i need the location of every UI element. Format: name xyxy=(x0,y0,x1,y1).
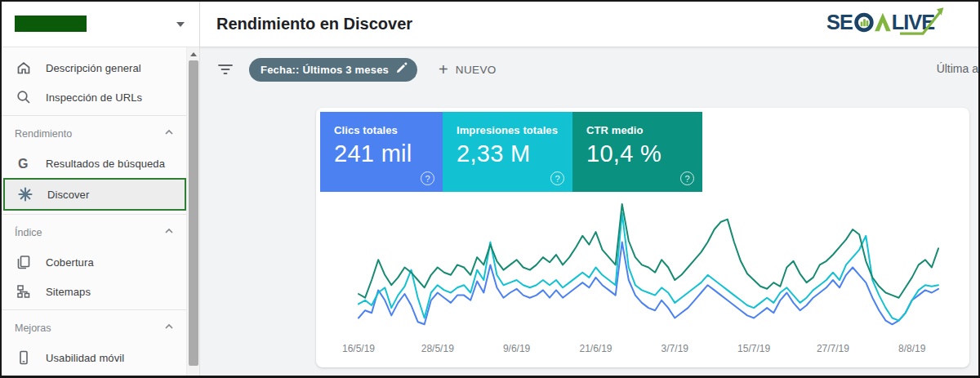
svg-text:16/5/19: 16/5/19 xyxy=(342,343,375,354)
sidebar-item-label: Sitemaps xyxy=(46,286,91,298)
svg-text:15/7/19: 15/7/19 xyxy=(737,343,770,354)
scroll-up-arrow-icon[interactable] xyxy=(190,52,197,56)
divider xyxy=(2,309,186,310)
smartphone-icon xyxy=(15,349,33,366)
svg-text:LIVE: LIVE xyxy=(892,11,935,33)
sidebar-item-search-results[interactable]: G Resultados de búsqueda xyxy=(2,149,186,178)
help-icon[interactable]: ? xyxy=(421,171,434,185)
scrollbar-thumb[interactable] xyxy=(189,60,198,366)
plus-icon: + xyxy=(439,61,448,78)
divider xyxy=(2,214,186,215)
last-updated-text: Última a xyxy=(937,62,978,75)
pages-icon xyxy=(15,254,33,270)
section-label: Índice xyxy=(15,227,42,238)
sidebar-item-sitemaps[interactable]: Sitemaps xyxy=(2,277,186,306)
metric-label: Impresiones totales xyxy=(457,124,572,136)
help-icon[interactable]: ? xyxy=(680,171,694,185)
svg-text:8/8/19: 8/8/19 xyxy=(898,343,926,354)
sidebar-item-label: Descripción general xyxy=(46,62,141,74)
home-icon xyxy=(15,60,33,76)
discover-chart[interactable]: 16/5/1928/5/199/6/1921/6/193/7/1915/7/19… xyxy=(316,192,969,363)
filter-list-icon[interactable] xyxy=(218,64,233,75)
svg-text:3/7/19: 3/7/19 xyxy=(662,343,689,354)
sidebar-item-label: Resultados de búsqueda xyxy=(46,158,165,170)
help-icon[interactable]: ? xyxy=(550,171,564,185)
google-g-icon: G xyxy=(15,155,33,171)
svg-text:28/5/19: 28/5/19 xyxy=(421,343,454,354)
sidebar-item-mobile-usability[interactable]: Usabilidad móvil xyxy=(2,343,186,372)
filter-bar: Fecha:: Últimos 3 meses + NUEVO Última a xyxy=(200,47,978,91)
discover-asterisk-icon xyxy=(16,186,34,202)
section-label: Rendimiento xyxy=(15,128,72,140)
sidebar-item-label: Discover xyxy=(47,189,89,201)
section-label: Mejoras xyxy=(15,322,51,334)
app-window: Descripción general Inspección de URLs R… xyxy=(0,0,980,378)
sidebar-scrollbar[interactable] xyxy=(186,47,199,376)
svg-text:27/7/19: 27/7/19 xyxy=(817,343,849,354)
metric-cards: Clics totales 241 mil ? Impresiones tota… xyxy=(320,112,702,192)
metric-card-ctr[interactable]: CTR medio 10,4 % ? xyxy=(572,112,702,192)
sidebar-item-discover[interactable]: Discover xyxy=(3,178,186,211)
sidebar-item-overview[interactable]: Descripción general xyxy=(2,53,186,82)
metric-card-impressions[interactable]: Impresiones totales 2,33 M ? xyxy=(443,112,572,192)
sidebar: Descripción general Inspección de URLs R… xyxy=(2,2,200,376)
chevron-up-icon xyxy=(163,321,175,336)
sidebar-item-label: Cobertura xyxy=(46,256,94,269)
performance-panel: Clics totales 241 mil ? Impresiones tota… xyxy=(316,108,969,367)
sidebar-item-url-inspection[interactable]: Inspección de URLs xyxy=(2,82,186,112)
seoalive-logo: SE LIVE xyxy=(826,7,949,42)
svg-text:9/6/19: 9/6/19 xyxy=(503,343,531,354)
main-header: Rendimiento en Discover SE LIVE xyxy=(200,2,978,47)
metric-label: Clics totales xyxy=(334,124,443,136)
svg-text:21/6/19: 21/6/19 xyxy=(579,343,612,354)
chevron-up-icon xyxy=(163,127,175,141)
metric-value: 241 mil xyxy=(334,140,443,167)
sidebar-section-mejoras[interactable]: Mejoras xyxy=(2,314,186,343)
page-title: Rendimiento en Discover xyxy=(200,15,412,33)
property-selector[interactable] xyxy=(2,2,199,47)
metric-card-clicks[interactable]: Clics totales 241 mil ? xyxy=(320,112,443,192)
metric-label: CTR medio xyxy=(586,124,702,136)
sidebar-item-label: Inspección de URLs xyxy=(46,91,142,104)
sidebar-item-label: Usabilidad móvil xyxy=(46,352,124,364)
chevron-down-icon xyxy=(176,22,185,27)
svg-text:SE: SE xyxy=(826,11,853,33)
divider xyxy=(2,115,186,116)
metric-value: 2,33 M xyxy=(457,140,572,167)
main-area: Rendimiento en Discover SE LIVE xyxy=(200,2,978,376)
sidebar-nav: Descripción general Inspección de URLs R… xyxy=(2,47,186,372)
sidebar-section-rendimiento[interactable]: Rendimiento xyxy=(2,119,186,149)
property-name-redacted xyxy=(15,16,87,32)
date-filter-chip[interactable]: Fecha:: Últimos 3 meses xyxy=(249,58,417,82)
search-icon xyxy=(15,89,33,105)
sidebar-section-indice[interactable]: Índice xyxy=(2,218,186,247)
metric-value: 10,4 % xyxy=(586,140,702,167)
sidebar-item-coverage[interactable]: Cobertura xyxy=(2,247,186,277)
pencil-icon xyxy=(396,62,408,77)
new-filter-label: NUEVO xyxy=(456,64,497,76)
sitemap-icon xyxy=(15,283,33,300)
chevron-up-icon xyxy=(163,225,175,240)
svg-text:G: G xyxy=(18,157,28,171)
new-filter-button[interactable]: + NUEVO xyxy=(439,61,497,78)
date-filter-label: Fecha:: Últimos 3 meses xyxy=(261,64,389,76)
